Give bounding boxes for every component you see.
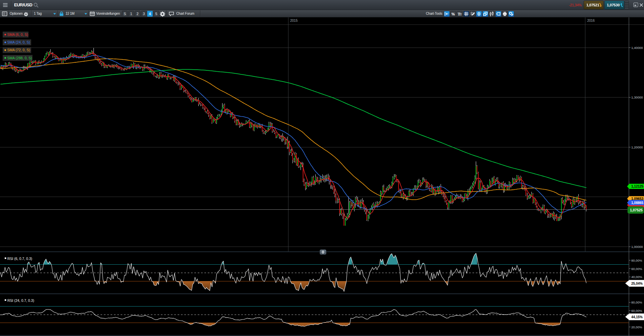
svg-text:1,07525: 1,07525 — [630, 208, 643, 212]
svg-text:SMA (288, 0, S): SMA (288, 0, S) — [7, 56, 32, 60]
svg-text:44,15%: 44,15% — [631, 315, 643, 319]
svg-text:80,00%: 80,00% — [631, 300, 642, 304]
svg-text:2015: 2015 — [290, 19, 298, 22]
svg-text:60,00%: 60,00% — [631, 267, 642, 271]
svg-text:SMA (24, 0, S): SMA (24, 0, S) — [7, 40, 30, 44]
svg-text:1,40000: 1,40000 — [631, 46, 643, 50]
svg-text:1,12125: 1,12125 — [631, 185, 644, 188]
svg-text:2016: 2016 — [587, 19, 595, 22]
svg-text:SMA (6, 0, S): SMA (6, 0, S) — [7, 32, 28, 37]
svg-text:RSI (24, 0.7, 0.3): RSI (24, 0.7, 0.3) — [7, 298, 34, 303]
svg-text:25,04%: 25,04% — [631, 282, 643, 285]
svg-text:1,20000: 1,20000 — [631, 145, 643, 149]
svg-text:1,08865: 1,08865 — [631, 201, 644, 205]
svg-text:RSI (6, 0.7, 0.3): RSI (6, 0.7, 0.3) — [7, 257, 32, 261]
svg-text:SMA (72, 0, S): SMA (72, 0, S) — [7, 48, 30, 52]
svg-text:1,30000: 1,30000 — [631, 95, 643, 99]
svg-text:80,00%: 80,00% — [631, 259, 642, 262]
svg-text:60,00%: 60,00% — [631, 309, 642, 313]
svg-text:40,00%: 40,00% — [631, 275, 642, 279]
svg-text:%: % — [452, 12, 455, 16]
svg-text:20,00%: 20,00% — [631, 325, 642, 329]
svg-text:T: T — [460, 13, 462, 16]
svg-text:1,00000: 1,00000 — [631, 245, 643, 249]
